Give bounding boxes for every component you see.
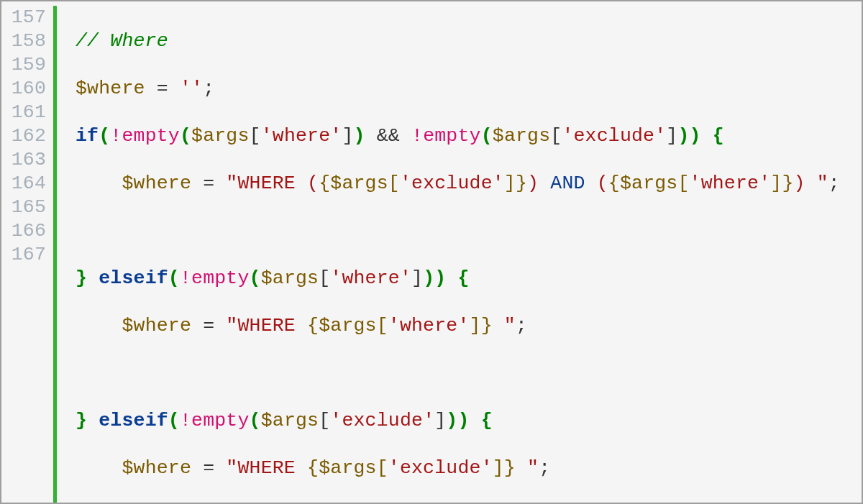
code-variable: $args: [261, 267, 319, 289]
code-string: ): [527, 173, 550, 194]
code-string: ) ": [794, 173, 828, 194]
code-func: empty: [191, 410, 250, 431]
code-comment: // Where: [76, 30, 168, 52]
code-func: empty: [191, 267, 250, 289]
code-string: (: [585, 173, 608, 194]
code-line: $where = "WHERE ({$args['exclude']}) AND…: [76, 172, 856, 196]
code-paren: ): [446, 410, 457, 431]
code-bracket: [: [319, 410, 330, 431]
code-text: // Where $where = ''; if(!empty($args['w…: [76, 6, 856, 504]
code-string: ": [493, 315, 516, 336]
line-number: 167: [1, 243, 46, 267]
code-op: =: [191, 315, 226, 336]
code-variable: $args: [319, 457, 377, 479]
code-indent: [76, 315, 122, 336]
code-variable: $where: [122, 315, 191, 336]
code-variable: $args: [330, 173, 388, 194]
code-neg: !: [411, 125, 423, 147]
code-string: '': [180, 78, 203, 99]
code-op: =: [191, 173, 226, 194]
code-bracket: ]: [493, 457, 504, 479]
code-variable: $args: [261, 410, 319, 431]
code-variable: $args: [620, 173, 678, 194]
code-paren: (: [250, 267, 261, 289]
code-op: =: [191, 457, 226, 479]
code-string: 'exclude': [388, 457, 493, 479]
line-number: 166: [1, 219, 46, 243]
code-string: 'exclude': [400, 173, 504, 194]
code-bracket: [: [377, 457, 388, 479]
code-op: &&: [365, 125, 411, 147]
code-func: empty: [423, 125, 481, 147]
code-bracket: ]: [411, 267, 423, 289]
code-string: "WHERE: [226, 315, 307, 336]
code-bracket: [: [250, 125, 261, 147]
code-string: 'where': [388, 315, 470, 336]
code-paren: (: [250, 410, 261, 431]
line-number: 160: [1, 77, 46, 101]
code-semi: ;: [828, 173, 840, 194]
code-bracket: ]: [342, 125, 353, 147]
code-func: empty: [122, 125, 180, 147]
line-number: 161: [1, 101, 46, 124]
code-paren: ): [677, 125, 689, 147]
code-bracket: ]: [770, 173, 782, 194]
code-curly: }: [504, 457, 516, 479]
code-semi: ;: [539, 457, 550, 479]
code-string: 'where': [690, 173, 771, 194]
code-sql-keyword: AND: [550, 173, 585, 194]
code-curly: }: [516, 173, 527, 194]
change-bar-icon: [53, 6, 57, 504]
code-line: } elseif(!empty($args['exclude'])) {: [76, 409, 856, 433]
code-paren: ) {: [434, 267, 469, 289]
code-paren: ): [423, 267, 434, 289]
code-variable: $args: [191, 125, 250, 147]
code-string: "WHERE (: [226, 173, 319, 194]
code-paren: (: [180, 125, 191, 147]
code-line: [76, 362, 856, 385]
code-paren: ): [354, 125, 365, 147]
line-number: 165: [1, 196, 46, 219]
code-semi: ;: [203, 78, 214, 99]
line-number: 164: [1, 172, 46, 196]
code-indent: [76, 173, 122, 194]
code-string: ": [516, 457, 539, 479]
code-string: "WHERE: [226, 457, 307, 479]
line-number: 157: [1, 6, 46, 29]
code-curly: }: [481, 315, 493, 336]
code-neg: !: [110, 125, 122, 147]
code-line: [76, 219, 856, 243]
code-keyword: if: [76, 125, 99, 147]
code-string: 'where': [330, 267, 411, 289]
code-paren: (: [168, 410, 180, 431]
code-snippet-frame: 157 158 159 160 161 162 163 164 165 166 …: [0, 0, 863, 504]
code-curly: {: [608, 173, 620, 194]
code-line: } elseif(!empty($args['where'])) {: [76, 267, 856, 290]
code-paren: ) {: [457, 410, 492, 431]
code-line: // Where: [76, 29, 856, 53]
code-keyword: elseif: [99, 410, 168, 431]
code-paren: (: [481, 125, 493, 147]
code-variable: $where: [122, 173, 191, 194]
code-curly: {: [319, 173, 330, 194]
code-neg: !: [180, 410, 191, 431]
code-curly: {: [307, 315, 319, 336]
code-semi: ;: [516, 315, 527, 336]
code-line: $where = '';: [76, 77, 856, 101]
code-line: $where = "WHERE {$args['where']} ";: [76, 314, 856, 338]
code-bracket: ]: [666, 125, 677, 147]
code-curly: {: [307, 457, 319, 479]
code-bracket: [: [388, 173, 400, 194]
code-string: 'where': [261, 125, 342, 147]
line-number: 162: [1, 124, 46, 148]
code-paren: ) {: [690, 125, 724, 147]
code-variable: $where: [122, 457, 191, 479]
code-string: 'exclude': [562, 125, 666, 147]
line-number-gutter: 157 158 159 160 161 162 163 164 165 166 …: [1, 6, 53, 504]
code-bracket: [: [319, 267, 330, 289]
code-line: $where = "WHERE {$args['exclude']} ";: [76, 457, 856, 480]
code-paren: (: [168, 267, 180, 289]
code-indent: [76, 457, 122, 479]
code-variable: $args: [493, 125, 551, 147]
code-curly: }: [782, 173, 793, 194]
